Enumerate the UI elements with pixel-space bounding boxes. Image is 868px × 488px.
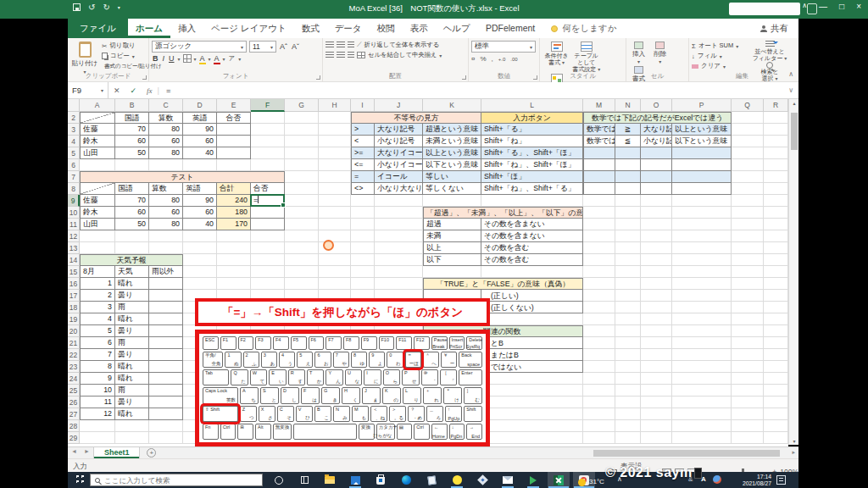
cell-A19[interactable]: 4 (80, 313, 115, 325)
cell-B16[interactable]: 晴れ (115, 278, 149, 290)
cell-A4[interactable]: 鈴木 (80, 136, 115, 147)
row-header-12[interactable]: 12 (68, 230, 80, 242)
cell-C27[interactable] (149, 408, 183, 420)
action-center-icon[interactable] (776, 472, 786, 488)
cell-P6[interactable] (672, 159, 732, 171)
name-box[interactable]: F9▾ (68, 82, 108, 98)
cell-E9[interactable]: 240 (217, 195, 251, 207)
cell-B3[interactable]: 70 (115, 124, 149, 136)
row-header-15[interactable]: 15 (68, 266, 80, 278)
bold-button[interactable]: B (152, 54, 159, 63)
start-button[interactable] (75, 475, 84, 485)
cell-P3[interactable]: 以上という意味 (672, 124, 732, 136)
fill-color-icon[interactable]: A (199, 54, 206, 63)
cell-C18[interactable] (149, 302, 183, 313)
cell-O8[interactable] (641, 183, 672, 195)
cut-button[interactable]: ✂切り取り (102, 41, 146, 51)
tab-表示[interactable]: 表示 (403, 19, 436, 38)
font-size-combo[interactable]: 11▾ (249, 41, 276, 53)
taskbar-clock[interactable]: 17:14 2021/08/27 (725, 472, 771, 488)
row-header-7[interactable]: 7 (68, 171, 80, 183)
cell-C20[interactable] (149, 325, 183, 337)
copy-button[interactable]: コピー ▾ (102, 51, 146, 61)
cell-A21[interactable]: 6 (80, 337, 115, 349)
cell-J8[interactable]: 小なり大なり (375, 183, 423, 195)
row-header-16[interactable]: 16 (68, 278, 80, 290)
cell-M5[interactable] (583, 147, 615, 159)
column-header-F[interactable]: F (251, 99, 285, 112)
cell-A16[interactable]: 1 (80, 278, 115, 290)
row-header-23[interactable]: 23 (68, 361, 80, 373)
cell-B17[interactable]: 曇り (115, 290, 149, 302)
cell-D11[interactable]: 40 (183, 219, 217, 230)
row-header-28[interactable]: 28 (68, 420, 80, 432)
cell-E10[interactable]: 180 (217, 207, 251, 219)
cell-A15[interactable]: 8月 (80, 266, 115, 278)
cell-I6[interactable]: <= (351, 159, 375, 171)
row-header-13[interactable]: 13 (68, 242, 80, 254)
minimize-button[interactable]: — (819, 2, 827, 11)
cell-D2[interactable]: 英語 (183, 112, 217, 124)
game-app-taskbar-button[interactable] (471, 472, 493, 488)
cell-I4[interactable]: < (351, 136, 375, 147)
paste-button[interactable]: 貼り付け ▾ (70, 41, 99, 75)
cell-P8[interactable] (672, 183, 732, 195)
cell-D5[interactable]: 40 (183, 147, 217, 159)
cell-K4[interactable]: 未満という意味 (423, 136, 481, 147)
cell-C10[interactable]: 60 (149, 207, 183, 219)
cell-O7[interactable] (641, 171, 672, 183)
row-header-24[interactable]: 24 (68, 373, 80, 385)
store-taskbar-button[interactable] (370, 472, 392, 488)
cell-L11[interactable]: その数を含まない (481, 219, 583, 230)
cell-K5[interactable]: 以上という意味 (423, 147, 481, 159)
cancel-icon[interactable]: ✕ (108, 86, 125, 95)
cell-C4[interactable]: 60 (149, 136, 183, 147)
wrap-text-button[interactable]: 折り返して全体を表示する (364, 41, 440, 49)
cell-B11[interactable]: 50 (115, 219, 149, 230)
borders-icon[interactable] (183, 54, 192, 63)
cell-O5[interactable] (641, 147, 672, 159)
tab-ホーム[interactable]: ホーム (128, 19, 170, 38)
cell-D4[interactable]: 60 (183, 136, 217, 147)
clipboard-dialog-launcher[interactable] (142, 75, 147, 80)
cell-C17[interactable] (149, 290, 183, 302)
cell-B10[interactable]: 60 (115, 207, 149, 219)
cell-M8[interactable] (583, 183, 615, 195)
task-view-taskbar-button[interactable] (293, 472, 315, 488)
cell-L8[interactable]: Shift+「ね」、Shift+「る」 (481, 183, 583, 195)
row-header-22[interactable]: 22 (68, 349, 80, 361)
tab-ページ レイアウト[interactable]: ページ レイアウト (203, 19, 294, 38)
column-header-B[interactable]: B (115, 99, 149, 112)
cell-E11[interactable]: 170 (217, 219, 251, 230)
collapse-ribbon-icon[interactable]: ∧ (788, 70, 793, 78)
insert-cells-button[interactable]: 挿入▾ (629, 41, 648, 64)
select-all-corner[interactable] (68, 99, 80, 112)
notes-taskbar-button[interactable] (420, 472, 442, 488)
tab-校閲[interactable]: 校閲 (370, 19, 403, 38)
cell-P5[interactable] (672, 147, 732, 159)
yellow-app-taskbar-button[interactable] (446, 472, 468, 488)
cell-F10[interactable] (251, 207, 285, 219)
tray-color-ball-icon[interactable] (713, 472, 721, 488)
tab-file[interactable]: ファイル (68, 19, 128, 38)
cell-A17[interactable]: 2 (80, 290, 115, 302)
cell-M4[interactable]: 数学では (583, 136, 615, 147)
cell-F11[interactable] (251, 219, 285, 230)
cell-I7[interactable]: = (351, 171, 375, 183)
column-header-O[interactable]: O (641, 99, 672, 112)
row-header-20[interactable]: 20 (68, 325, 80, 337)
orientation-icon[interactable]: ⟋ (357, 41, 362, 49)
cell-B26[interactable]: 曇り (115, 396, 149, 408)
cell-A11[interactable]: 山田 (80, 219, 115, 230)
row-header-2[interactable]: 2 (68, 112, 80, 124)
cell-K8[interactable]: 等しくない (423, 183, 481, 195)
cell-K7[interactable]: 等しい (423, 171, 481, 183)
autosum-button[interactable]: Σオート SUM ▾ (692, 41, 748, 51)
cell-O4[interactable]: 小なり記号 (641, 136, 672, 147)
column-header-I[interactable]: I (351, 99, 375, 112)
row-header-17[interactable]: 17 (68, 290, 80, 302)
maximize-button[interactable]: □ (839, 2, 844, 11)
cell-L12[interactable]: その数を含まない (481, 230, 583, 242)
cell-L14[interactable]: その数を含む (481, 254, 583, 266)
tab-ヘルプ[interactable]: ヘルプ (436, 19, 478, 38)
